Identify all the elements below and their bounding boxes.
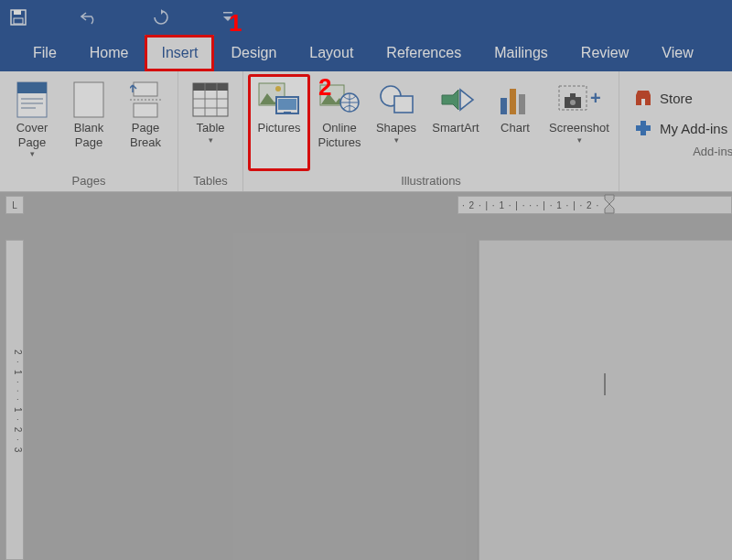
shapes-button[interactable]: Shapes ▾: [370, 75, 423, 170]
tab-file[interactable]: File: [16, 35, 73, 71]
svg-rect-32: [641, 99, 645, 105]
indent-marker[interactable]: [604, 194, 615, 218]
chart-icon: [498, 79, 533, 121]
svg-rect-29: [570, 93, 576, 97]
ribbon-tabs: File Home Insert Design Layout Reference…: [0, 35, 732, 71]
customize-qat-button[interactable]: [221, 6, 234, 28]
save-icon: [10, 9, 27, 26]
svg-rect-17: [278, 99, 296, 110]
pictures-button[interactable]: Pictures: [249, 75, 309, 170]
redo-icon: [153, 9, 169, 26]
chevron-down-icon: ▾: [577, 135, 582, 145]
my-addins-label: My Add-ins: [660, 121, 727, 136]
chevron-down-icon: ▾: [30, 149, 35, 159]
vertical-ruler[interactable]: 2 · 1 · · · 1 · 2 · 3: [5, 240, 24, 560]
store-button[interactable]: Store: [634, 90, 727, 106]
my-addins-button[interactable]: My Add-ins: [634, 119, 727, 137]
group-tables-label: Tables: [193, 170, 228, 189]
svg-rect-5: [17, 82, 47, 93]
tab-selector[interactable]: L: [5, 196, 24, 214]
redo-button[interactable]: [150, 6, 172, 28]
chart-button[interactable]: Chart: [489, 75, 542, 170]
title-bar: [0, 0, 732, 35]
tab-references[interactable]: References: [370, 35, 478, 71]
table-icon: [192, 79, 229, 121]
tab-design[interactable]: Design: [214, 35, 293, 71]
svg-rect-22: [394, 96, 413, 113]
group-pages: Cover Page ▾ Blank Page Page Break Pages: [0, 71, 178, 191]
chevron-down-icon: [223, 12, 232, 23]
svg-point-15: [275, 86, 281, 92]
screenshot-label: Screenshot: [549, 121, 609, 135]
table-button[interactable]: Table ▾: [184, 75, 237, 170]
tab-mailings[interactable]: Mailings: [478, 35, 565, 71]
pictures-icon: [258, 79, 300, 121]
svg-rect-18: [284, 112, 291, 113]
store-label: Store: [660, 91, 693, 106]
svg-rect-7: [21, 102, 43, 104]
smartart-icon: [436, 79, 475, 121]
svg-rect-9: [74, 82, 103, 117]
cover-page-label: Cover Page: [7, 121, 57, 149]
horizontal-ruler[interactable]: · 2 · | · 1 · | · · · | · 1 · | · 2 ·: [458, 196, 732, 214]
svg-point-28: [570, 100, 576, 105]
undo-icon: [81, 10, 99, 25]
ribbon-insert: Cover Page ▾ Blank Page Page Break Pages: [0, 71, 732, 192]
tab-review[interactable]: Review: [565, 35, 645, 71]
cover-page-button[interactable]: Cover Page ▾: [5, 75, 59, 170]
svg-rect-3: [223, 12, 232, 14]
page-break-label: Page Break: [121, 121, 170, 149]
screenshot-icon: +: [557, 79, 601, 121]
svg-rect-11: [134, 103, 157, 117]
online-pictures-icon: [319, 79, 360, 121]
undo-button[interactable]: [79, 6, 101, 28]
online-pictures-button[interactable]: Online Pictures: [313, 75, 366, 170]
save-button[interactable]: [7, 6, 29, 28]
smartart-button[interactable]: SmartArt: [426, 75, 485, 170]
blank-page-label: Blank Page: [64, 121, 113, 149]
pictures-label: Pictures: [258, 121, 301, 135]
svg-rect-6: [21, 98, 43, 100]
svg-rect-8: [21, 107, 36, 109]
screenshot-button[interactable]: + Screenshot ▾: [545, 75, 613, 170]
tab-layout[interactable]: Layout: [293, 35, 370, 71]
document-page[interactable]: [479, 240, 732, 560]
group-illustrations-label: Illustrations: [401, 170, 461, 189]
group-pages-label: Pages: [72, 170, 106, 189]
smartart-label: SmartArt: [432, 121, 479, 135]
chart-label: Chart: [501, 121, 530, 135]
page-break-button[interactable]: Page Break: [119, 75, 172, 170]
text-cursor: [604, 373, 606, 395]
online-pictures-label: Online Pictures: [315, 121, 364, 149]
shapes-label: Shapes: [376, 121, 416, 135]
svg-rect-25: [519, 94, 525, 114]
group-addins: Store My Add-ins Add-ins: [619, 71, 732, 191]
group-tables: Table ▾ Tables: [178, 71, 243, 191]
group-addins-label: Add-ins: [693, 141, 732, 160]
chevron-down-icon: ▾: [394, 135, 399, 145]
blank-page-icon: [73, 79, 104, 121]
group-illustrations: Pictures Online Pictures Shapes ▾ Smart: [243, 71, 619, 191]
tab-view[interactable]: View: [645, 35, 709, 71]
store-icon: [634, 90, 652, 106]
svg-rect-2: [14, 18, 23, 24]
svg-rect-1: [14, 10, 21, 15]
svg-rect-23: [501, 98, 507, 114]
shapes-icon: [378, 79, 414, 121]
svg-rect-13: [193, 83, 228, 91]
table-label: Table: [196, 121, 224, 135]
tab-insert[interactable]: Insert: [145, 35, 214, 71]
tab-home[interactable]: Home: [73, 35, 145, 71]
page-break-icon: [130, 79, 161, 121]
blank-page-button[interactable]: Blank Page: [62, 75, 115, 170]
svg-rect-24: [510, 89, 516, 114]
cover-page-icon: [16, 79, 48, 121]
svg-rect-10: [134, 82, 157, 96]
svg-text:+: +: [590, 88, 601, 108]
chevron-down-icon: ▾: [209, 135, 213, 145]
addins-icon: [634, 119, 652, 137]
